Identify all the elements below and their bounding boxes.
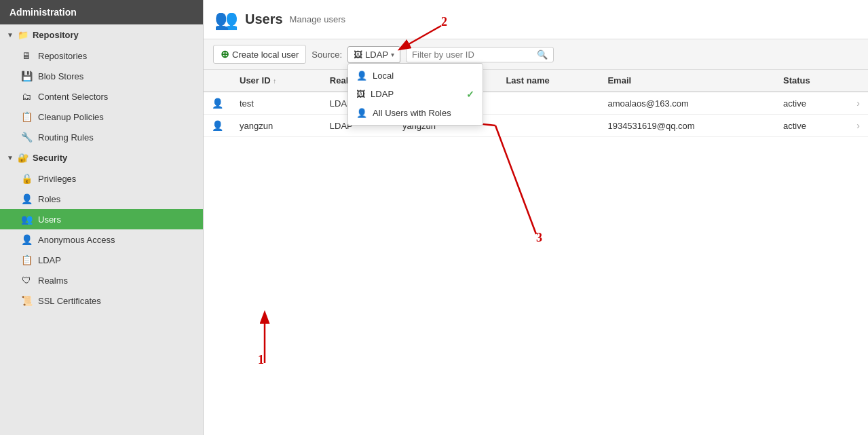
row2-user-icon: 👤 bbox=[204, 115, 231, 137]
row2-last-name bbox=[497, 115, 599, 137]
row2-status: active bbox=[775, 115, 848, 137]
source-selected-label: LDAP bbox=[365, 50, 388, 60]
create-button-label: Create local user bbox=[232, 50, 299, 60]
row1-status: active bbox=[775, 92, 848, 115]
table-row[interactable]: 👤 test LDAP amoalaos@163.com active › bbox=[204, 92, 868, 115]
all-users-option-label: All Users with Roles bbox=[373, 108, 451, 118]
dropdown-item-local[interactable]: 👤 Local bbox=[348, 67, 483, 85]
row2-user-id: yangzun bbox=[231, 115, 322, 137]
cleanup-icon: 📋 bbox=[20, 111, 33, 122]
realms-label: Realms bbox=[38, 276, 68, 286]
sidebar-item-repositories[interactable]: 🖥 Repositories bbox=[0, 45, 203, 66]
users-table: User ID ↑ Realm First name Last name Ema… bbox=[204, 70, 868, 137]
routing-label: Routing Rules bbox=[38, 132, 94, 143]
row1-last-name bbox=[497, 92, 599, 115]
row1-chevron-icon[interactable]: › bbox=[848, 92, 868, 115]
dropdown-item-ldap[interactable]: 🖼 LDAP ✓ bbox=[348, 85, 483, 104]
sidebar: Administration ▼ 📁 Repository 🖥 Reposito… bbox=[0, 0, 204, 435]
table-row[interactable]: 👤 yangzun LDAP yangzun 1934531619@qq.com… bbox=[204, 115, 868, 137]
roles-label: Roles bbox=[38, 194, 60, 204]
sidebar-item-ssl-certificates[interactable]: 📜 SSL Certificates bbox=[0, 290, 203, 311]
toolbar: ⊕ Create local user Source: 🖼 LDAP ▾ 👤 L… bbox=[204, 39, 868, 70]
page-title: Users bbox=[245, 12, 283, 27]
security-label: Security bbox=[33, 153, 67, 163]
search-icon: 🔍 bbox=[537, 50, 548, 60]
col-status[interactable]: Status bbox=[775, 70, 848, 92]
content-selectors-label: Content Selectors bbox=[38, 92, 108, 102]
create-local-user-button[interactable]: ⊕ Create local user bbox=[213, 45, 306, 64]
content-selectors-icon: 🗂 bbox=[20, 91, 33, 102]
selected-check-icon: ✓ bbox=[466, 89, 474, 100]
ldap-label: LDAP bbox=[38, 255, 61, 265]
users-label: Users bbox=[38, 214, 61, 225]
sidebar-header: Administration bbox=[0, 0, 203, 24]
triangle-icon: ▼ bbox=[7, 31, 14, 39]
sort-arrow-icon: ↑ bbox=[273, 77, 276, 85]
section-label: Repository bbox=[33, 30, 79, 40]
page-title-icon: 👥 bbox=[214, 8, 238, 31]
filter-input[interactable] bbox=[412, 50, 534, 60]
ldap-option-icon: 🖼 bbox=[356, 89, 365, 99]
repositories-icon: 🖥 bbox=[20, 50, 33, 61]
privileges-icon: 🔒 bbox=[20, 173, 33, 184]
col-user-id[interactable]: User ID ↑ bbox=[231, 70, 322, 92]
anonymous-icon: 👤 bbox=[20, 234, 33, 245]
sidebar-item-cleanup-policies[interactable]: 📋 Cleanup Policies bbox=[0, 107, 203, 127]
users-table-wrap: User ID ↑ Realm First name Last name Ema… bbox=[204, 70, 868, 435]
sidebar-item-anonymous-access[interactable]: 👤 Anonymous Access bbox=[0, 229, 203, 250]
repositories-label: Repositories bbox=[38, 51, 87, 61]
col-email[interactable]: Email bbox=[599, 70, 775, 92]
page-subtitle: Manage users bbox=[290, 14, 345, 24]
sidebar-item-users[interactable]: 👥 Users bbox=[0, 209, 203, 229]
ssl-label: SSL Certificates bbox=[38, 296, 101, 306]
source-dropdown[interactable]: 🖼 LDAP ▾ 👤 Local 🖼 LDAP ✓ bbox=[347, 46, 400, 63]
col-icon bbox=[204, 70, 231, 92]
table-header-row: User ID ↑ Realm First name Last name Ema… bbox=[204, 70, 868, 92]
sidebar-item-blob-stores[interactable]: 💾 Blob Stores bbox=[0, 66, 203, 86]
sidebar-item-ldap[interactable]: 📋 LDAP bbox=[0, 250, 203, 270]
ssl-icon: 📜 bbox=[20, 295, 33, 306]
privileges-label: Privileges bbox=[38, 174, 76, 184]
local-option-label: Local bbox=[373, 71, 394, 81]
sidebar-item-roles[interactable]: 👤 Roles bbox=[0, 189, 203, 209]
blob-stores-icon: 💾 bbox=[20, 71, 33, 81]
source-dropdown-button[interactable]: 🖼 LDAP ▾ bbox=[347, 46, 400, 63]
blob-stores-label: Blob Stores bbox=[38, 71, 83, 81]
sidebar-item-realms[interactable]: 🛡 Realms bbox=[0, 270, 203, 290]
triangle-security-icon: ▼ bbox=[7, 154, 14, 162]
sidebar-item-routing-rules[interactable]: 🔧 Routing Rules bbox=[0, 127, 203, 147]
col-action bbox=[848, 70, 868, 92]
row1-user-id: test bbox=[231, 92, 322, 115]
folder-icon: 📁 bbox=[18, 30, 29, 40]
sidebar-item-content-selectors[interactable]: 🗂 Content Selectors bbox=[0, 86, 203, 107]
sidebar-title: Administration bbox=[10, 7, 77, 18]
page-header: 👥 Users Manage users bbox=[204, 0, 868, 39]
sidebar-section-repository[interactable]: ▼ 📁 Repository bbox=[0, 24, 203, 45]
roles-icon: 👤 bbox=[20, 193, 33, 204]
source-dropdown-menu: 👤 Local 🖼 LDAP ✓ 👤 All Users with Roles bbox=[347, 63, 483, 126]
row1-email: amoalaos@163.com bbox=[599, 92, 775, 115]
source-label: Source: bbox=[312, 50, 342, 60]
ldap-source-icon: 🖼 bbox=[354, 50, 362, 60]
cleanup-label: Cleanup Policies bbox=[38, 112, 104, 122]
dropdown-arrow-icon: ▾ bbox=[391, 51, 394, 58]
row2-email: 1934531619@qq.com bbox=[599, 115, 775, 137]
ldap-icon: 📋 bbox=[20, 254, 33, 265]
anonymous-label: Anonymous Access bbox=[38, 235, 115, 245]
row2-chevron-icon[interactable]: › bbox=[848, 115, 868, 137]
routing-icon: 🔧 bbox=[20, 132, 33, 143]
col-last-name[interactable]: Last name bbox=[497, 70, 599, 92]
local-option-icon: 👤 bbox=[356, 71, 367, 81]
main-content: 👥 Users Manage users ⊕ Create local user… bbox=[204, 0, 868, 435]
sidebar-item-privileges[interactable]: 🔒 Privileges bbox=[0, 168, 203, 189]
plus-icon: ⊕ bbox=[221, 48, 229, 60]
realms-icon: 🛡 bbox=[20, 275, 33, 286]
all-users-option-icon: 👤 bbox=[356, 108, 367, 118]
row1-user-icon: 👤 bbox=[204, 92, 231, 115]
dropdown-item-all-users[interactable]: 👤 All Users with Roles bbox=[348, 104, 483, 122]
sidebar-section-security[interactable]: ▼ 🔐 Security bbox=[0, 147, 203, 168]
filter-input-wrap[interactable]: 🔍 bbox=[406, 47, 554, 62]
users-table-body: 👤 test LDAP amoalaos@163.com active › 👤 … bbox=[204, 92, 868, 137]
security-folder-icon: 🔐 bbox=[18, 153, 29, 163]
ldap-option-label: LDAP bbox=[371, 89, 394, 99]
